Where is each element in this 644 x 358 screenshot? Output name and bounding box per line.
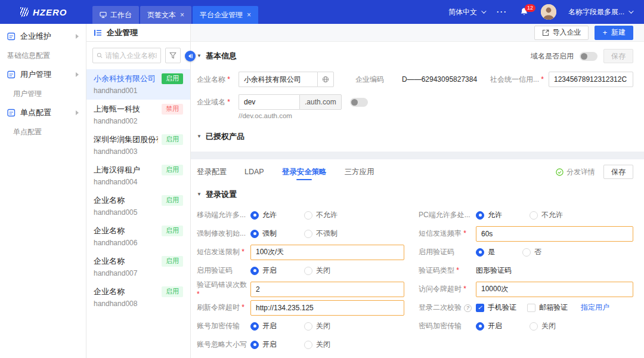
credit-code-input[interactable] [549, 72, 633, 87]
domain-enable-toggle[interactable] [580, 52, 597, 61]
sidebar-item-basic-info-config[interactable]: 基础信息配置 [0, 47, 86, 64]
list-item[interactable]: 企业名称启用 handhand007 [86, 252, 190, 282]
section-title-login-settings[interactable]: 登录设置 [197, 189, 237, 200]
close-icon[interactable] [180, 11, 184, 19]
policy-save-button[interactable]: 保存 [603, 165, 633, 179]
create-button[interactable]: 新建 [595, 26, 633, 40]
enterprise-name-input[interactable] [239, 72, 317, 87]
sms-frequency-input[interactable] [476, 226, 633, 242]
radio-option[interactable]: 不允许 [530, 210, 563, 220]
radio-option[interactable]: 关闭 [304, 266, 330, 276]
domain-switch[interactable] [350, 98, 368, 107]
list-item[interactable]: 上海汉得租户启用 handhand004 [86, 161, 190, 191]
radio-option[interactable]: 是 [476, 247, 495, 257]
radio-option[interactable]: 关闭 [530, 321, 556, 331]
radio-option[interactable]: 允许 [476, 210, 502, 220]
refresh-token-timeout-input[interactable] [250, 300, 404, 316]
close-icon[interactable] [247, 11, 251, 19]
search-box [92, 48, 161, 63]
tab-workbench[interactable]: 工作台 [92, 6, 139, 24]
enterprise-domain-input[interactable] [239, 94, 299, 110]
assign-user-link[interactable]: 指定用户 [581, 303, 609, 313]
globe-icon[interactable] [317, 72, 334, 87]
checkbox-email-verify[interactable]: 邮箱验证 [527, 303, 568, 313]
tab-page-text[interactable]: 页签文本 [140, 6, 191, 24]
tab-login-security-policy[interactable]: 登录安全策略 [282, 159, 327, 184]
radio-option[interactable]: 不允许 [304, 210, 338, 220]
folder-doc-icon [7, 70, 16, 79]
radio-option[interactable]: 否 [522, 247, 541, 257]
sidebar-item-enterprise-maintain[interactable]: 企业维护 [0, 26, 86, 47]
language-switcher[interactable]: 简体中文 [448, 7, 485, 17]
basic-form-row-2: 企业域名 .auth.com [197, 94, 633, 110]
collapse-left-icon [187, 53, 193, 59]
tab-login-config[interactable]: 登录配置 [197, 159, 227, 184]
radio-option[interactable]: 开启 [476, 321, 502, 331]
radio-option[interactable]: 不强制 [304, 229, 338, 239]
basic-save-button[interactable]: 保存 [603, 49, 633, 63]
radio-option[interactable]: 允许 [250, 210, 277, 220]
radio-option[interactable]: 强制 [250, 229, 277, 239]
radio-icon [304, 341, 312, 349]
folder-doc-icon [7, 32, 16, 41]
sidebar-item-user-management[interactable]: 用户管理 [0, 64, 86, 85]
sidebar-item-user-management-child[interactable]: 用户管理 [0, 85, 86, 103]
field-mobile-multi-login: 允许 不允许 [250, 210, 404, 220]
section-title-authorized-products[interactable]: 已授权产品 [197, 131, 244, 142]
radio-option[interactable]: 开启 [250, 321, 277, 331]
enterprise-domain-label: 企业域名 [197, 97, 239, 107]
window-tabs: 工作台 页签文本 平台企业管理 [92, 0, 259, 24]
field-secondary-verify: 手机验证 邮箱验证 指定用户 [476, 303, 633, 313]
radio-option[interactable]: 关闭 [304, 321, 330, 331]
list-item[interactable]: 企业名称启用 handhand006 [86, 221, 190, 252]
list-item[interactable]: 企业名称启用 handhand008 [86, 282, 190, 313]
field-refresh-token-timeout-label: 刷新令牌超时 [197, 303, 250, 313]
checkbox-phone-verify[interactable]: 手机验证 [476, 303, 516, 313]
app-body: 企业维护 基础信息配置 用户管理 用户管理 单点配置 单点配置 [0, 24, 644, 358]
funnel-icon [169, 52, 177, 59]
question-icon[interactable] [464, 304, 472, 312]
radio-icon [250, 230, 259, 238]
field-password-encrypt: 开启 关闭 [476, 321, 633, 331]
section-title-basic-info[interactable]: 基本信息 [197, 51, 237, 61]
captcha-error-count-input[interactable] [250, 282, 404, 297]
domain-suffix: .auth.com [299, 94, 342, 110]
radio-option[interactable]: 开启 [250, 340, 277, 350]
list-item[interactable]: 上海甄一科技禁用 handhand002 [86, 100, 190, 130]
more-menu[interactable]: ··· [497, 8, 507, 16]
plus-icon [602, 28, 608, 37]
app-logo[interactable]: HZERO [0, 7, 86, 17]
tab-third-party-apps[interactable]: 三方应用 [345, 159, 374, 184]
section-divider [191, 152, 644, 159]
list-item[interactable]: 企业名称启用 handhand005 [86, 191, 190, 221]
status-badge: 启用 [162, 286, 183, 297]
status-badge: 禁用 [162, 104, 183, 114]
topbar-right: 简体中文 ··· 12 名称字段最多展... [448, 4, 644, 20]
tab-platform-enterprise[interactable]: 平台企业管理 [193, 6, 258, 24]
radio-option[interactable]: 关闭 [304, 340, 330, 350]
avatar[interactable] [541, 4, 556, 20]
main-area: 导入企业 新建 基本信息 域名是否启用 保存 [191, 24, 644, 358]
filter-button[interactable] [165, 48, 181, 63]
list-item[interactable]: 小余科技有限公司启用 handhand001 [86, 69, 190, 100]
radio-option[interactable]: 开启 [250, 266, 277, 276]
collapse-panel-button[interactable] [185, 51, 196, 61]
field-ignore-case-label: 账号忽略大小写 [197, 340, 250, 350]
radio-icon [250, 341, 259, 349]
notification-bell[interactable]: 12 [519, 7, 529, 17]
radio-icon [250, 322, 259, 331]
field-account-encrypt-label: 账号加密传输 [197, 321, 250, 331]
form-row: 短信发送限制 启用验证码 是 否 [191, 243, 644, 261]
sidebar-item-sso-config[interactable]: 单点配置 [0, 103, 86, 123]
tab-ldap[interactable]: LDAP [244, 159, 264, 184]
dispatch-detail-link[interactable]: 分发详情 [556, 167, 595, 177]
field-captcha-type-label: 验证码类型 [419, 266, 476, 276]
form-row: 账号忽略大小写 开启 关闭 [191, 335, 644, 354]
sidebar-item-sso-config-child[interactable]: 单点配置 [0, 123, 86, 141]
search-input[interactable] [105, 51, 157, 60]
sms-limit-input[interactable] [250, 245, 404, 260]
list-item[interactable]: 深圳华润集团股份有...启用 handhand003 [86, 130, 190, 161]
username-menu[interactable]: 名称字段最多展... [568, 7, 632, 17]
import-enterprise-button[interactable]: 导入企业 [534, 26, 589, 40]
access-token-timeout-input[interactable] [476, 282, 633, 297]
